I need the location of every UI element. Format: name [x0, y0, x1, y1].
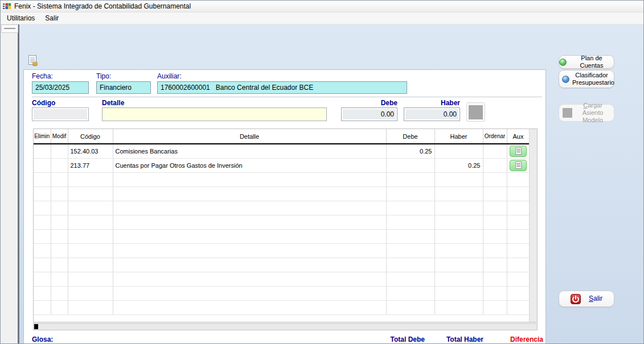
panel-collapse-handle[interactable]: [1, 24, 18, 33]
table-row-empty[interactable]: [34, 300, 530, 314]
cell-elimin[interactable]: [34, 158, 51, 172]
table-body: 152.40.03 Comisiones Bancarias 0.25: [34, 144, 530, 314]
cell-empty: [386, 186, 434, 201]
table-row-empty[interactable]: [34, 172, 530, 186]
codigo-input[interactable]: [32, 107, 89, 121]
tipo-field[interactable]: Financiero: [96, 81, 151, 94]
cell-empty: [507, 272, 530, 286]
blank-icon: [469, 105, 483, 119]
table-row-empty[interactable]: [34, 229, 530, 243]
cell-empty: [113, 229, 386, 243]
header-elimin: Elimin: [34, 129, 51, 144]
header-debe: Debe: [386, 129, 434, 144]
left-panel: [1, 24, 19, 343]
table-row-empty[interactable]: [34, 186, 530, 201]
cell-empty: [113, 243, 386, 258]
journal-entry-icon[interactable]: [27, 55, 39, 67]
cell-empty: [51, 215, 68, 229]
cell-empty: [507, 300, 530, 314]
cell-empty: [386, 243, 434, 258]
cell-haber: 0.25: [434, 158, 483, 172]
cell-empty: [434, 300, 483, 314]
cell-empty: [483, 286, 507, 300]
cell-empty: [434, 201, 483, 215]
plan-de-cuentas-button[interactable]: Plan de Cuentas: [559, 55, 614, 69]
power-icon: [571, 294, 581, 304]
header-haber: Haber: [434, 129, 483, 144]
detalle-input[interactable]: [102, 107, 327, 121]
cell-empty: [386, 258, 434, 272]
menu-salir[interactable]: Salir: [40, 13, 64, 23]
cell-empty: [483, 258, 507, 272]
haber-label: Haber: [404, 99, 460, 107]
cargar-asiento-modelo-button[interactable]: Cargar Asiento Modelo: [559, 104, 614, 122]
cell-empty: [113, 172, 386, 186]
cell-empty: [386, 215, 434, 229]
fecha-field[interactable]: 25/03/2025: [32, 81, 89, 94]
cell-empty: [34, 300, 51, 314]
cell-empty: [113, 300, 386, 314]
cell-empty: [434, 215, 483, 229]
cell-empty: [68, 286, 113, 300]
grid-horizontal-scrollbar[interactable]: [33, 323, 538, 330]
aux-detail-button[interactable]: [510, 160, 527, 171]
menu-utilitarios[interactable]: Utilitarios: [2, 13, 40, 23]
cell-codigo: 152.40.03: [68, 144, 113, 158]
cell-empty: [68, 258, 113, 272]
grid-vertical-scrollbar[interactable]: [529, 129, 537, 322]
auxiliar-field[interactable]: 1760002600001 Banco Central del Ecuador …: [157, 81, 407, 94]
diferencia-label: Diferencia: [487, 335, 543, 343]
cell-empty: [34, 243, 51, 258]
salir-button[interactable]: Salir: [559, 291, 614, 307]
cell-empty: [507, 258, 530, 272]
entry-form-panel: Fecha: Tipo: Auxiliar: 25/03/2025 Financ…: [23, 69, 546, 344]
blue-sphere-icon: [562, 76, 569, 83]
cell-empty: [113, 215, 386, 229]
fecha-label: Fecha:: [32, 72, 53, 80]
cell-empty: [51, 300, 68, 314]
table-row-empty[interactable]: [34, 201, 530, 215]
cell-modif[interactable]: [51, 158, 68, 172]
cell-empty: [507, 243, 530, 258]
aux-detail-button[interactable]: [510, 146, 527, 157]
note-icon: [515, 147, 522, 155]
cell-empty: [483, 300, 507, 314]
clasificador-presupuestario-button[interactable]: Clasificador Presupuestario: [559, 70, 614, 88]
scrollbar-thumb[interactable]: [34, 324, 38, 329]
green-sphere-icon: [559, 59, 567, 66]
table-row-empty[interactable]: [34, 243, 530, 258]
glosa-label: Glosa:: [32, 335, 53, 343]
cell-haber: [434, 144, 483, 158]
cell-empty: [386, 201, 434, 215]
title-bar: Fenix - Sistema Integrado de Contabilida…: [1, 1, 643, 13]
table-row-empty[interactable]: [34, 258, 530, 272]
haber-input[interactable]: 0.00: [404, 107, 460, 121]
cell-modif[interactable]: [51, 144, 68, 158]
cell-empty: [434, 272, 483, 286]
table-row[interactable]: 213.77 Cuentas por Pagar Otros Gastos de…: [34, 158, 530, 172]
entries-grid: Elimin Modif Código Detalle Debe Haber O…: [33, 129, 538, 322]
header-aux: Aux: [507, 129, 530, 144]
table-row-empty[interactable]: [34, 215, 530, 229]
cell-empty: [386, 229, 434, 243]
table-row-empty[interactable]: [34, 286, 530, 300]
cell-ordenar: [483, 144, 507, 158]
cell-empty: [434, 172, 483, 186]
table-row-empty[interactable]: [34, 272, 530, 286]
cell-elimin[interactable]: [34, 144, 51, 158]
cell-empty: [51, 258, 68, 272]
cell-empty: [34, 215, 51, 229]
cell-empty: [68, 172, 113, 186]
cell-debe: [386, 158, 434, 172]
cell-empty: [483, 186, 507, 201]
table-row[interactable]: 152.40.03 Comisiones Bancarias 0.25: [34, 144, 530, 158]
cell-empty: [51, 201, 68, 215]
cell-empty: [51, 172, 68, 186]
cell-empty: [51, 186, 68, 201]
add-entry-button[interactable]: [466, 102, 485, 122]
cell-empty: [51, 286, 68, 300]
cell-debe: 0.25: [386, 144, 434, 158]
debe-input[interactable]: 0.00: [341, 107, 397, 121]
cell-empty: [434, 186, 483, 201]
cell-empty: [483, 229, 507, 243]
